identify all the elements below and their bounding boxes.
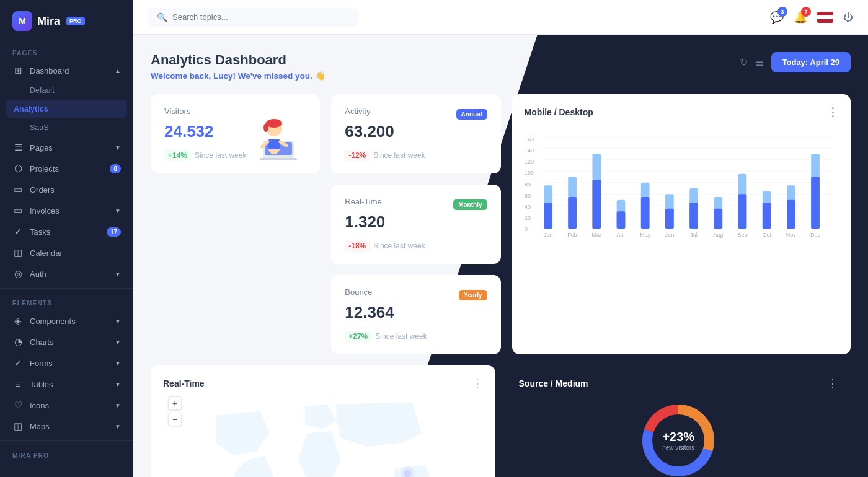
- svg-text:140: 140: [525, 147, 534, 154]
- language-flag[interactable]: [817, 12, 833, 23]
- dashboard-icon: ⊞: [12, 65, 24, 76]
- source-dots-icon[interactable]: ⋮: [827, 377, 838, 390]
- realtime-footer: -18% Since last week: [345, 240, 487, 252]
- sidebar-item-maps[interactable]: ◫ Maps ▼: [0, 416, 133, 437]
- maps-icon: ◫: [12, 421, 24, 432]
- sidebar-item-calendar[interactable]: ◫ Calendar: [0, 242, 133, 263]
- sidebar-item-label: Icons: [30, 401, 49, 410]
- orders-icon: ▭: [12, 184, 24, 195]
- svg-rect-50: [714, 209, 722, 229]
- svg-text:60: 60: [525, 193, 531, 199]
- sidebar-sub-label: Analytics: [14, 105, 48, 113]
- search-bar[interactable]: 🔍: [148, 8, 359, 27]
- visitors-card: Visitors 24.532 +14% Since last week: [151, 94, 320, 173]
- sidebar-sub-default[interactable]: Default: [0, 81, 133, 100]
- sidebar-item-projects[interactable]: ⬡ Projects 8: [0, 158, 133, 179]
- bounce-top-row: Bounce Yearly: [345, 287, 487, 303]
- projects-badge: 8: [110, 164, 121, 173]
- svg-rect-35: [592, 180, 601, 229]
- sidebar: M Mira PRO PAGES ⊞ Dashboard ▲ Default A…: [0, 0, 133, 477]
- zoom-in-button[interactable]: +: [168, 396, 182, 410]
- zoom-out-button[interactable]: −: [168, 413, 182, 426]
- page-header: Analytics Dashboard Welcome back, Lucy! …: [151, 52, 851, 81]
- sidebar-item-charts[interactable]: ◔ Charts ▼: [0, 331, 133, 352]
- main-content: 🔍 💬 3 🔔 7 ⏻ Analytics Dashboard: [133, 0, 868, 477]
- svg-rect-59: [786, 200, 795, 229]
- section-label-pages: PAGES: [0, 42, 133, 60]
- svg-text:Oct: Oct: [762, 232, 771, 238]
- bounce-label: Bounce: [345, 287, 372, 297]
- logo-text: Mira: [37, 15, 60, 28]
- chevron-icon: ▼: [115, 318, 121, 325]
- alerts-button[interactable]: 🔔 7: [794, 11, 807, 24]
- subtitle-prefix: Welcome back,: [151, 71, 213, 81]
- sidebar-item-pages[interactable]: ☰ Pages ▼: [0, 137, 133, 158]
- svg-text:40: 40: [525, 204, 531, 210]
- bounce-value: 12.364: [345, 303, 487, 322]
- sidebar-item-label: Maps: [30, 422, 50, 431]
- alerts-badge: 7: [801, 7, 811, 17]
- header: 🔍 💬 3 🔔 7 ⏻: [133, 0, 868, 35]
- pro-badge: PRO: [66, 17, 85, 25]
- svg-rect-62: [811, 177, 820, 229]
- bounce-badge: Yearly: [459, 290, 487, 300]
- bottom-grid: Real-Time ⋮ + −: [151, 365, 851, 477]
- page-body: Analytics Dashboard Welcome back, Lucy! …: [133, 35, 868, 477]
- invoices-icon: ▭: [12, 205, 24, 216]
- sidebar-item-components[interactable]: ◈ Components ▼: [0, 310, 133, 331]
- svg-text:May: May: [640, 232, 651, 238]
- sidebar-item-tables[interactable]: ≡ Tables ▼: [0, 374, 133, 395]
- svg-point-5: [266, 119, 282, 128]
- visitors-illustration: [244, 113, 300, 162]
- sidebar-item-auth[interactable]: ◎ Auth ▼: [0, 263, 133, 284]
- activity-bounce-col: Activity Annual 63.200 -12% Since last w…: [331, 94, 500, 354]
- tables-icon: ≡: [12, 379, 24, 390]
- realtime-badge: Monthly: [453, 199, 487, 210]
- notifications-button[interactable]: 💬 3: [770, 11, 784, 24]
- sidebar-item-label: Auth: [30, 269, 46, 279]
- bounce-change: +27%: [345, 331, 371, 342]
- sidebar-item-tasks[interactable]: ✓ Tasks 17: [0, 221, 133, 242]
- sidebar-item-label: Invoices: [30, 206, 60, 216]
- sidebar-sub-label: Default: [30, 86, 55, 95]
- sidebar-item-label: Dashboard: [30, 66, 69, 76]
- svg-text:20: 20: [525, 215, 531, 221]
- svg-text:Aug: Aug: [713, 232, 723, 238]
- svg-text:Dec: Dec: [810, 232, 821, 238]
- sidebar-item-dashboard[interactable]: ⊞ Dashboard ▲: [0, 60, 133, 81]
- sidebar-sub-saas[interactable]: SaaS: [0, 118, 133, 137]
- svg-rect-53: [738, 194, 746, 229]
- filter-icon[interactable]: ⚌: [755, 56, 764, 68]
- chevron-icon: ▲: [115, 68, 121, 74]
- auth-icon: ◎: [12, 268, 24, 279]
- search-input[interactable]: [172, 12, 350, 22]
- bounce-footer: +27% Since last week: [345, 331, 487, 342]
- visitors-change: +14%: [164, 150, 191, 161]
- donut-percentage: +23%: [662, 430, 694, 444]
- power-icon[interactable]: ⏻: [843, 12, 853, 23]
- chart-title-text: Mobile / Desktop: [525, 107, 593, 117]
- notifications-badge: 3: [777, 7, 787, 17]
- today-button[interactable]: Today: April 29: [771, 52, 851, 72]
- svg-text:120: 120: [525, 159, 534, 165]
- sidebar-item-orders[interactable]: ▭ Orders: [0, 179, 133, 200]
- section-label-mira-pro: MIRA PRO: [0, 445, 133, 463]
- activity-badge: Annual: [456, 109, 487, 120]
- sidebar-sub-analytics[interactable]: Analytics: [6, 100, 127, 118]
- realtime-label: Real-Time: [345, 197, 381, 206]
- chart-dots-icon[interactable]: ⋮: [827, 105, 838, 119]
- map-dots-icon[interactable]: ⋮: [472, 377, 483, 390]
- refresh-icon[interactable]: ↻: [740, 56, 748, 68]
- sidebar-item-label: Calendar: [30, 248, 63, 258]
- logo-icon: M: [12, 11, 32, 31]
- sidebar-item-label: Forms: [30, 359, 53, 368]
- calendar-icon: ◫: [12, 247, 24, 258]
- bounce-card: Bounce Yearly 12.364 +27% Since last wee…: [331, 275, 500, 354]
- svg-rect-38: [616, 211, 625, 229]
- charts-icon: ◔: [12, 336, 24, 348]
- sidebar-item-invoices[interactable]: ▭ Invoices ▼: [0, 200, 133, 221]
- mobile-desktop-chart-card: Mobile / Desktop ⋮ 160 140 120 100 80 60: [512, 94, 851, 354]
- sidebar-item-forms[interactable]: ✓ Forms ▼: [0, 352, 133, 374]
- sidebar-item-icons[interactable]: ♡ Icons ▼: [0, 395, 133, 416]
- search-icon: 🔍: [157, 12, 167, 22]
